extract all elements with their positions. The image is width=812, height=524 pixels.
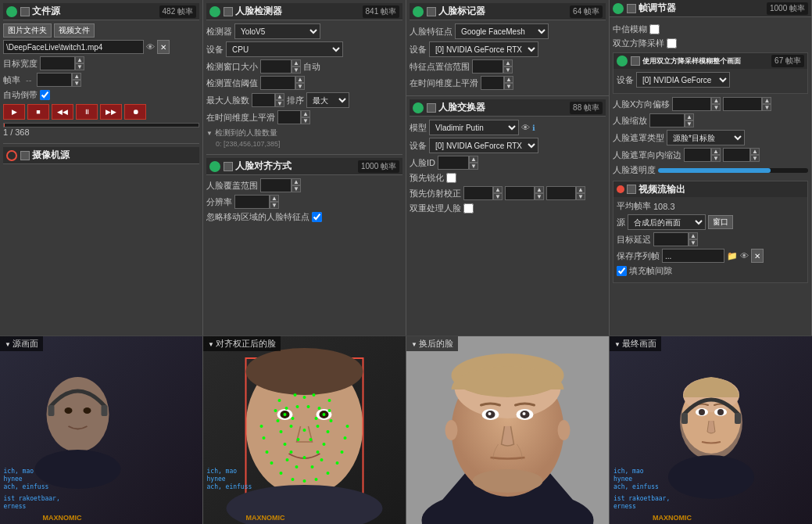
face-id-down[interactable]: ▼: [469, 163, 478, 170]
adjuster-checkbox[interactable]: [627, 4, 636, 13]
pre-sharpen-checkbox[interactable]: [446, 173, 456, 183]
fm-device-select[interactable]: [0] NVIDIA GeForce RTX: [429, 41, 538, 57]
fs-device-select[interactable]: [0] NVIDIA GeForce RTX: [429, 138, 538, 153]
x-offset-down[interactable]: ▼: [711, 104, 721, 111]
play-btn[interactable]: ▶: [3, 104, 25, 120]
autoroll-checkbox[interactable]: [40, 90, 50, 100]
face-swap-power-btn[interactable]: [413, 102, 424, 113]
y-offset-up[interactable]: ▲: [762, 97, 771, 104]
delay-down[interactable]: ▼: [689, 239, 698, 246]
record-btn[interactable]: ⏺: [124, 104, 146, 120]
filepath-input[interactable]: [3, 40, 144, 54]
resolution-down[interactable]: ▼: [270, 202, 279, 209]
model-info-icon[interactable]: ℹ: [532, 124, 535, 132]
stream-source-select[interactable]: 合成后的画面: [628, 214, 706, 230]
fd-device-select[interactable]: CPU: [226, 41, 343, 57]
next-btn[interactable]: ▶▶: [100, 104, 122, 120]
tab-video-file[interactable]: 视频文件: [54, 23, 95, 38]
pre-align-y-input[interactable]: 1.00: [505, 186, 535, 200]
pause-btn[interactable]: ⏸: [76, 104, 98, 120]
x-offset-input[interactable]: 0.000: [672, 97, 711, 111]
scale-up[interactable]: ▲: [685, 113, 694, 120]
ignore-checkbox[interactable]: [312, 212, 322, 222]
max-faces-input[interactable]: 1: [252, 93, 275, 107]
model-select[interactable]: Vladimir Putin: [429, 120, 519, 135]
threshold-input[interactable]: 0.50: [260, 76, 295, 90]
scale-input[interactable]: 1.00: [649, 113, 685, 127]
eye-icon[interactable]: 👁: [146, 42, 155, 52]
close-file-btn[interactable]: ✕: [157, 40, 170, 54]
opacity-slider-track[interactable]: [658, 168, 808, 173]
blur-input[interactable]: 25: [723, 148, 750, 162]
landmark-select[interactable]: Google FaceMesh: [455, 23, 549, 39]
face-marker-power-btn[interactable]: [413, 6, 424, 17]
threshold-up[interactable]: ▲: [295, 76, 305, 83]
pre-align-y-down[interactable]: ▼: [535, 193, 544, 200]
window-btn[interactable]: 窗口: [708, 215, 733, 229]
fd-smooth-up[interactable]: ▲: [301, 110, 310, 117]
cover-range-up[interactable]: ▲: [292, 178, 301, 185]
pre-align-x-down[interactable]: ▼: [493, 193, 503, 200]
sub-device-select[interactable]: [0] NVIDIA GeForce: [636, 72, 730, 88]
erode-down[interactable]: ▼: [711, 155, 721, 162]
align-checkbox[interactable]: [224, 162, 233, 171]
stop-btn[interactable]: ■: [27, 104, 49, 120]
window-size-input[interactable]: 128: [260, 59, 292, 74]
camera-checkbox[interactable]: [20, 151, 30, 160]
dual-sample-checkbox[interactable]: [667, 38, 677, 48]
window-size-down[interactable]: ▼: [292, 66, 301, 74]
range-down[interactable]: ▼: [503, 66, 513, 74]
fm-smooth-input[interactable]: 1: [481, 76, 504, 90]
target-width-down[interactable]: ▼: [75, 63, 84, 70]
save-input[interactable]: [662, 249, 724, 263]
face-marker-checkbox[interactable]: [427, 7, 436, 16]
fd-smooth-down[interactable]: ▼: [301, 117, 310, 124]
face-id-up[interactable]: ▲: [469, 156, 478, 163]
save-eye-icon[interactable]: 👁: [740, 251, 749, 260]
bicubic-power-btn[interactable]: [617, 56, 628, 66]
fm-smooth-up[interactable]: ▲: [504, 76, 513, 83]
sort-select[interactable]: 最大: [306, 92, 349, 108]
model-eye-icon[interactable]: 👁: [521, 123, 530, 132]
pre-align-x-input[interactable]: 1.00: [463, 186, 493, 200]
fps-up[interactable]: ▲: [72, 73, 81, 80]
erode-input[interactable]: 5: [684, 148, 711, 162]
source-checkbox[interactable]: [20, 7, 30, 16]
max-faces-down[interactable]: ▼: [275, 100, 284, 107]
window-size-up[interactable]: ▲: [292, 59, 301, 66]
cover-range-down[interactable]: ▼: [292, 185, 301, 192]
median-checkbox[interactable]: [649, 24, 660, 34]
fps-down[interactable]: ▼: [72, 80, 81, 87]
detector-select[interactable]: YoloV5: [234, 23, 320, 39]
fps-input[interactable]: 自动: [37, 73, 72, 87]
camera-power-btn[interactable]: [6, 150, 17, 161]
dual-process-checkbox[interactable]: [463, 203, 474, 214]
bicubic-checkbox[interactable]: [631, 56, 640, 66]
stream-toggle[interactable]: [617, 185, 624, 193]
mask-type-select[interactable]: 源脸*目标脸: [667, 130, 745, 145]
delay-up[interactable]: ▲: [689, 232, 698, 239]
fm-smooth-down[interactable]: ▼: [504, 83, 513, 90]
align-power-btn[interactable]: [209, 161, 220, 172]
erode-up[interactable]: ▲: [711, 148, 721, 155]
fd-smooth-input[interactable]: 1: [277, 110, 301, 124]
range-up[interactable]: ▲: [503, 59, 513, 66]
pre-align-x-up[interactable]: ▲: [493, 186, 503, 193]
adjuster-power-btn[interactable]: [613, 3, 624, 14]
tab-image-folder[interactable]: 图片文件夹: [3, 23, 52, 38]
face-id-input[interactable]: 0: [438, 156, 469, 170]
face-detect-checkbox[interactable]: [224, 7, 233, 16]
y-offset-input[interactable]: 0.000: [723, 97, 762, 111]
target-width-up[interactable]: ▲: [75, 56, 84, 63]
pre-align-z-up[interactable]: ▲: [576, 186, 585, 193]
save-close-btn[interactable]: ✕: [751, 249, 764, 263]
folder-icon[interactable]: 📁: [727, 251, 738, 261]
threshold-down[interactable]: ▼: [295, 83, 305, 90]
stream-checkbox[interactable]: [627, 185, 636, 194]
pre-align-z-down[interactable]: ▼: [576, 193, 585, 200]
face-swap-checkbox[interactable]: [427, 103, 436, 113]
fill-gap-checkbox[interactable]: [617, 266, 627, 276]
cover-range-input[interactable]: 2.2: [260, 178, 292, 192]
target-width-input[interactable]: 自动: [40, 56, 75, 70]
blur-down[interactable]: ▼: [750, 155, 760, 162]
